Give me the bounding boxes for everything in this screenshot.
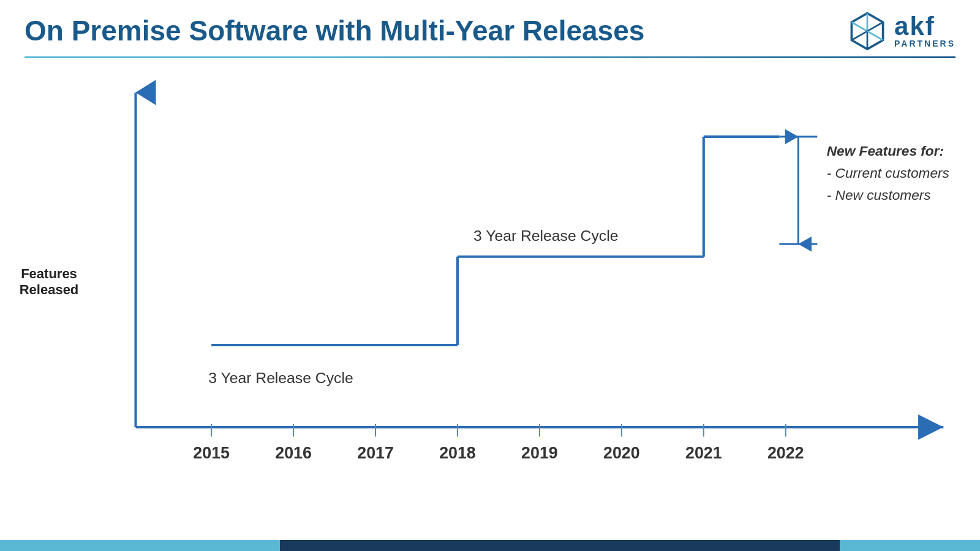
page-title: On Premise Software with Multi-Year Rele… xyxy=(24,14,644,47)
svg-text:2021: 2021 xyxy=(685,444,722,462)
footer-bar-light xyxy=(0,540,280,551)
svg-text:New Features for:: New Features for: xyxy=(827,143,944,159)
svg-text:3 Year Release Cycle: 3 Year Release Cycle xyxy=(473,227,618,244)
svg-text:2018: 2018 xyxy=(439,444,476,462)
logo-area: akf PARTNERS xyxy=(848,11,956,50)
svg-line-6 xyxy=(867,31,883,40)
svg-text:2016: 2016 xyxy=(275,444,312,462)
footer-bar-medium xyxy=(840,540,980,551)
svg-line-5 xyxy=(851,31,867,40)
svg-text:- Current customers: - Current customers xyxy=(827,165,949,181)
svg-text:2019: 2019 xyxy=(521,444,558,462)
svg-text:2015: 2015 xyxy=(193,444,230,462)
logo-text: akf PARTNERS xyxy=(894,13,956,48)
svg-text:3 Year Release Cycle: 3 Year Release Cycle xyxy=(208,370,353,386)
akf-logo-icon xyxy=(848,11,887,50)
footer-bar-dark xyxy=(280,540,840,551)
svg-line-3 xyxy=(867,22,883,31)
svg-text:2017: 2017 xyxy=(357,444,394,462)
footer-bar xyxy=(0,540,980,551)
divider-line xyxy=(24,56,956,58)
svg-text:2020: 2020 xyxy=(603,444,640,462)
header-divider xyxy=(0,56,980,58)
chart-container: FeaturesReleased 2015 201 xyxy=(0,61,980,503)
svg-text:- New customers: - New customers xyxy=(827,187,931,203)
svg-text:2022: 2022 xyxy=(767,444,804,462)
header: On Premise Software with Multi-Year Rele… xyxy=(0,0,980,56)
chart-svg: 2015 2016 2017 2018 2019 2020 2021 2022 xyxy=(74,74,968,490)
logo-partners: PARTNERS xyxy=(894,39,956,48)
svg-line-2 xyxy=(851,22,867,31)
logo-akf: akf xyxy=(894,13,956,39)
